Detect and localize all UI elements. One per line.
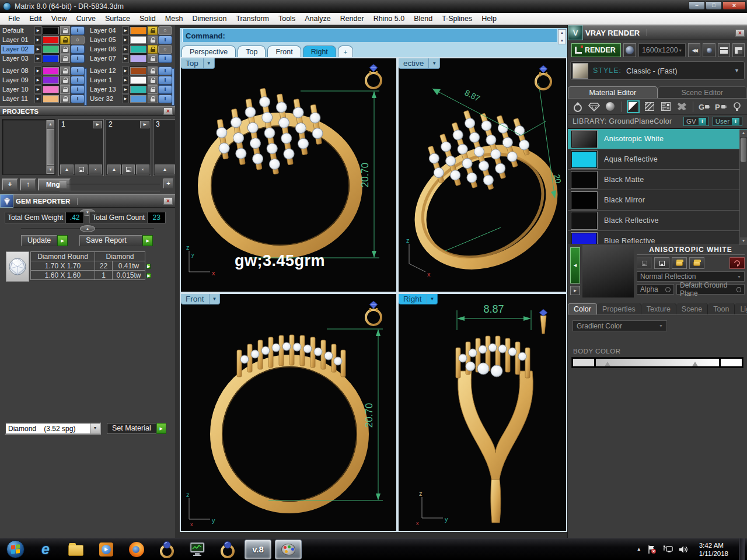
layer-expand-button[interactable]: ▶: [34, 26, 41, 35]
material-item[interactable]: Black Reflective: [568, 211, 747, 231]
network-icon[interactable]: [663, 544, 673, 554]
taskbar-internet-explorer[interactable]: e: [30, 538, 61, 560]
layer-name[interactable]: Layer 12: [89, 66, 121, 75]
scroll-thumb[interactable]: [741, 138, 746, 162]
layer-lock-button[interactable]: [148, 26, 158, 35]
gem-filter-icon[interactable]: [588, 100, 601, 113]
layer-color-swatch[interactable]: [42, 85, 60, 94]
layer-expand-button[interactable]: ▶: [34, 76, 41, 85]
layer-color-swatch[interactable]: [130, 94, 147, 103]
p-link-icon[interactable]: P: [714, 100, 727, 113]
tray-expand-icon[interactable]: ▲: [637, 547, 641, 552]
scroll-thumb[interactable]: [47, 129, 54, 165]
layer-expand-button[interactable]: ▶: [122, 45, 129, 54]
layer-color-swatch[interactable]: [42, 26, 60, 35]
gradient-handle[interactable]: [605, 362, 610, 366]
layer-color-swatch[interactable]: [130, 66, 147, 75]
tab-scene[interactable]: Scene: [676, 303, 708, 314]
tab-properties[interactable]: Properties: [597, 303, 641, 314]
preview-expand-button[interactable]: ▶: [570, 286, 580, 295]
layer-visibility-toggle[interactable]: I: [158, 54, 172, 63]
layer-visibility-toggle[interactable]: I: [158, 36, 172, 44]
layer-expand-button[interactable]: ▶: [34, 85, 41, 94]
layer-visibility-toggle[interactable]: I: [158, 76, 172, 85]
body-color-end-swatch[interactable]: [721, 359, 742, 366]
chevron-down-icon[interactable]: ▼: [734, 68, 739, 74]
chevron-down-icon[interactable]: ▼: [427, 294, 438, 304]
gv-link-icon[interactable]: G: [698, 100, 711, 113]
view-tab-right[interactable]: Right: [303, 46, 336, 58]
menu-item-view[interactable]: View: [47, 13, 72, 24]
run-icon[interactable]: ▶: [57, 235, 68, 246]
project-delete-button[interactable]: ×: [136, 164, 149, 174]
chevron-down-icon[interactable]: ▼: [428, 58, 439, 68]
render-settings-button[interactable]: [703, 43, 715, 57]
menu-item-blend[interactable]: Blend: [409, 13, 437, 24]
start-button[interactable]: [0, 538, 30, 560]
radio-icon[interactable]: [736, 287, 741, 292]
layer-lock-button[interactable]: [148, 54, 158, 63]
layer-visibility-toggle[interactable]: I: [158, 94, 172, 103]
menu-item-file[interactable]: File: [4, 13, 25, 24]
layer-name[interactable]: Layer 06: [89, 45, 121, 54]
project-save-button[interactable]: [122, 164, 135, 174]
metal-sphere-icon[interactable]: [604, 100, 617, 113]
viewport-label-front[interactable]: Front ▼: [181, 294, 220, 304]
clock[interactable]: 3:42 AM 1/11/2018: [694, 541, 733, 558]
light-bulb-icon[interactable]: [731, 100, 743, 113]
project-load-button[interactable]: ▲: [107, 164, 121, 174]
layer-name[interactable]: Layer 01: [1, 36, 34, 44]
row-action-button[interactable]: ▶: [146, 264, 151, 269]
view-tab-top[interactable]: Top: [238, 46, 266, 58]
layer-visibility-toggle[interactable]: I: [71, 45, 85, 54]
layer-lock-button[interactable]: [60, 76, 70, 85]
batch-render-button[interactable]: [732, 43, 745, 57]
layer-name[interactable]: User 32: [89, 94, 121, 103]
body-color-start-swatch[interactable]: [573, 359, 594, 366]
menu-item-edit[interactable]: Edit: [25, 13, 47, 24]
taskbar-media-player[interactable]: ▶: [91, 538, 121, 560]
layer-visibility-toggle[interactable]: ○: [71, 36, 85, 44]
layer-visibility-toggle[interactable]: I: [71, 66, 85, 75]
layer-lock-button[interactable]: [60, 94, 70, 103]
layer-visibility-toggle[interactable]: I: [71, 94, 85, 103]
layer-lock-button[interactable]: [60, 54, 70, 63]
layer-name[interactable]: Layer 03: [1, 54, 34, 63]
viewport-label-perspective[interactable]: ective ▼: [399, 58, 440, 69]
row-action-button[interactable]: ▶: [146, 273, 151, 278]
render-list-button[interactable]: [718, 43, 730, 57]
layer-expand-button[interactable]: ▶: [122, 66, 129, 75]
layer-expand-button[interactable]: ▶: [34, 54, 41, 63]
layer-visibility-toggle[interactable]: I: [71, 54, 85, 63]
panel-splitter[interactable]: ▲: [0, 225, 175, 233]
slot-add-button[interactable]: +: [163, 178, 173, 188]
project-slot[interactable]: 3 ▶ ▲: [153, 119, 175, 176]
layer-name[interactable]: Layer 07: [89, 54, 121, 63]
layer-name[interactable]: Layer 08: [1, 66, 34, 75]
layer-expand-button[interactable]: ▶: [122, 85, 129, 94]
add-to-library-button[interactable]: [672, 257, 687, 269]
layer-expand-button[interactable]: ▶: [34, 94, 41, 103]
viewport-right[interactable]: 8.87 z x y Right ▼: [397, 293, 567, 532]
layer-visibility-toggle[interactable]: I: [158, 85, 172, 94]
project-slot[interactable]: 1 ▶ ▲ ×: [58, 119, 104, 176]
material-item[interactable]: Black Mirror: [568, 190, 747, 211]
layer-name[interactable]: Layer 09: [1, 76, 34, 85]
view-tab-front[interactable]: Front: [267, 46, 301, 58]
menu-item-analyze[interactable]: Analyze: [300, 13, 335, 24]
body-color-slider[interactable]: [571, 357, 743, 368]
layer-expand-button[interactable]: ▶: [122, 26, 129, 35]
taskbar-system-monitor[interactable]: [182, 538, 212, 560]
menu-item-curve[interactable]: Curve: [72, 13, 100, 24]
tab-material-editor[interactable]: Material Editor: [568, 86, 658, 98]
layer-lock-button[interactable]: [60, 26, 70, 35]
tab-toon[interactable]: Toon: [708, 303, 735, 314]
command-input[interactable]: Command:: [181, 29, 557, 42]
taskbar-render-app-active[interactable]: [275, 540, 302, 559]
project-open-button[interactable]: ▶: [140, 121, 149, 128]
menu-item-help[interactable]: Help: [477, 13, 501, 24]
scroll-down-icon[interactable]: ▼: [47, 166, 54, 174]
menu-item-dimension[interactable]: Dimension: [187, 13, 231, 24]
viewport-label-top[interactable]: Top ▼: [181, 58, 215, 69]
project-load-button[interactable]: ▲: [155, 164, 175, 174]
